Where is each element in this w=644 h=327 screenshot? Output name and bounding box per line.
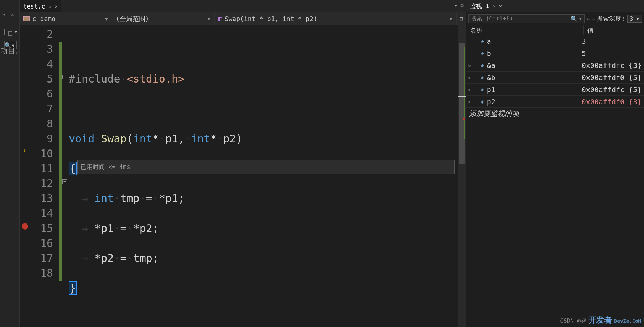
gear-icon[interactable]: ⚙ — [460, 2, 464, 9]
watch-value[interactable]: 0x00affdfc {3} — [580, 61, 644, 70]
vertical-scrollbar[interactable] — [458, 25, 466, 327]
close-icon[interactable]: ✕ — [499, 3, 502, 9]
watch-name[interactable]: p2 — [487, 97, 580, 106]
fold-gutter[interactable]: − − — [62, 25, 69, 327]
navigation-bar: c_demo ▾ (全局范围) ▾ ◧ Swap(int * p1, int *… — [20, 12, 466, 25]
variable-icon: ◈ — [481, 62, 484, 69]
watch-row[interactable]: ◈a3 — [466, 35, 644, 47]
close-icon[interactable]: ✕ — [55, 4, 58, 9]
watch-row[interactable]: ▷◈&a0x00affdfc {3} — [466, 59, 644, 72]
line-number: 7 — [30, 101, 53, 116]
line-number: 12 — [30, 176, 53, 191]
watch-value[interactable]: 0x00affdfc {5} — [580, 85, 644, 94]
pin-icon[interactable]: ⇲ — [48, 4, 51, 9]
watch-name[interactable]: b — [487, 49, 580, 58]
close-icon[interactable]: ✕ — [11, 11, 14, 17]
variable-icon: ◈ — [481, 50, 484, 57]
chevron-down-icon[interactable]: ▾ — [579, 15, 582, 22]
code-body[interactable]: ➔ 23456789101112131415161718 − − #includ… — [20, 25, 466, 327]
watch-name[interactable]: &b — [487, 73, 580, 82]
chevron-down-icon[interactable]: ▾ — [14, 28, 18, 35]
watch-row[interactable]: ▷◈p10x00affdfc {5} — [466, 84, 644, 96]
breakpoint-gutter[interactable]: ➔ — [20, 25, 30, 327]
watch-value[interactable]: 3 — [580, 37, 644, 46]
watch-rows: ◈a3◈b5▷◈&a0x00affdfc {3}▷◈&b0x00affdf0 {… — [466, 35, 644, 327]
pin-icon[interactable]: ⇲ — [2, 11, 5, 17]
tab-bar: test.c ⇲ ✕ ▾ ⚙ — [20, 0, 466, 12]
watch-add-item[interactable]: 添加要监视的项 — [466, 108, 644, 120]
project-combo[interactable]: c_demo ▾ — [20, 12, 112, 25]
expand-icon[interactable]: ▷ — [466, 87, 473, 92]
toolbox-icon[interactable] — [4, 29, 12, 35]
watch-name[interactable]: &a — [487, 61, 580, 70]
chevron-down-icon: ▾ — [449, 15, 453, 22]
current-line-arrow-icon: ➔ — [22, 146, 26, 155]
watch-panel: 监视 1 ⇲ ✕ 搜索 (Ctrl+E) 🔍 ▾ ← → 搜索深度: 3 ▾ 名… — [466, 0, 644, 327]
project-hint-text: 项目, — [1, 46, 19, 56]
watch-row[interactable]: ◈b5 — [466, 47, 644, 59]
fold-toggle[interactable]: − — [62, 75, 67, 79]
split-editor-button[interactable]: ⊟ — [457, 15, 466, 22]
line-number: 14 — [30, 206, 53, 221]
panel-pin-close: ⇲ ✕ — [1, 11, 15, 17]
line-number: 17 — [30, 251, 53, 266]
function-combo[interactable]: ◧ Swap(int * p1, int * p2) ▾ — [215, 12, 457, 25]
watch-value[interactable]: 0x00affdf0 {3} — [580, 97, 644, 106]
line-number: 3 — [30, 42, 53, 57]
search-placeholder: 搜索 (Ctrl+E) — [471, 15, 513, 22]
tab-test-c[interactable]: test.c ⇲ ✕ — [20, 0, 61, 12]
chevron-down-icon: ▾ — [207, 15, 211, 22]
watermark: CSDN @努 开发者 DevZe.CoM — [560, 315, 641, 326]
fold-toggle[interactable]: − — [62, 179, 67, 184]
line-number: 4 — [30, 57, 53, 72]
watch-value[interactable]: 5 — [580, 49, 644, 58]
include-target: <stdio.h> — [127, 73, 185, 85]
expand-icon[interactable]: ▷ — [466, 63, 473, 68]
change-indicator — [59, 25, 62, 327]
solution-explorer-strip: ⇲ ✕ ▾ 🔍 ▾ 项目, — [0, 0, 20, 327]
function-icon: ◧ — [218, 15, 222, 22]
variable-icon: ◈ — [481, 86, 484, 93]
chevron-down-icon: ▾ — [636, 15, 639, 22]
depth-combo[interactable]: 3 ▾ — [627, 15, 642, 23]
line-number: 2 — [30, 27, 53, 42]
function-combo-label: Swap(int * p1, int * p2) — [225, 15, 317, 22]
watch-header: 名称 值 — [466, 25, 644, 35]
watch-row[interactable]: ▷◈p20x00affdf0 {3} — [466, 96, 644, 108]
project-icon — [23, 16, 30, 21]
project-combo-label: c_demo — [32, 15, 56, 22]
tab-menu-icon[interactable]: ▾ — [454, 2, 458, 9]
line-number: 10 — [30, 146, 53, 161]
watch-toolbar: 搜索 (Ctrl+E) 🔍 ▾ ← → 搜索深度: 3 ▾ — [466, 12, 644, 25]
scope-combo[interactable]: (全局范围) ▾ — [112, 12, 215, 25]
scope-combo-label: (全局范围) — [116, 15, 149, 23]
line-number: 18 — [30, 266, 53, 281]
depth-value: 3 — [630, 15, 633, 22]
watch-row[interactable]: ▷◈&b0x00affdf0 {5} — [466, 72, 644, 84]
watch-tab-title: 监视 1 — [470, 2, 489, 10]
perf-tip[interactable]: 已用时间 <= 4ms — [77, 160, 455, 174]
search-icon[interactable]: 🔍 — [570, 15, 577, 22]
pin-icon[interactable]: ⇲ — [493, 4, 495, 9]
column-name-header[interactable]: 名称 — [466, 25, 584, 35]
variable-icon: ◈ — [481, 74, 484, 81]
expand-icon[interactable]: ▷ — [466, 75, 473, 80]
variable-icon: ◈ — [481, 38, 484, 44]
prev-result-button[interactable]: ← — [587, 15, 590, 22]
watch-tab[interactable]: 监视 1 ⇲ ✕ — [466, 0, 644, 12]
watch-value[interactable]: 0x00affdf0 {5} — [580, 73, 644, 82]
line-number-gutter: 23456789101112131415161718 — [30, 25, 59, 327]
line-number: 6 — [30, 86, 53, 101]
line-number: 16 — [30, 236, 53, 251]
line-number: 9 — [30, 131, 53, 146]
code-editor[interactable]: #include·<stdio.h> void·Swap(int*·p1,·in… — [69, 25, 458, 327]
breakpoint-icon[interactable] — [22, 223, 28, 230]
tab-filename: test.c — [23, 3, 45, 10]
watch-name[interactable]: p1 — [487, 85, 580, 94]
line-number: 5 — [30, 72, 53, 86]
expand-icon[interactable]: ▷ — [466, 99, 473, 104]
column-value-header[interactable]: 值 — [584, 25, 644, 35]
next-result-button[interactable]: → — [592, 15, 595, 22]
watch-search-input[interactable]: 搜索 (Ctrl+E) 🔍 ▾ — [468, 14, 585, 23]
watch-name[interactable]: a — [487, 37, 580, 46]
